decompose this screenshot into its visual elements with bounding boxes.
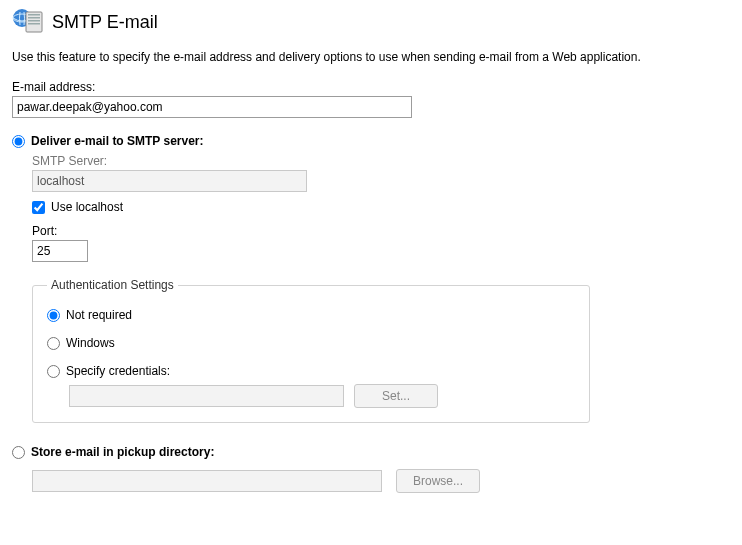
smtp-server-input [32,170,307,192]
use-localhost-label: Use localhost [51,200,123,214]
email-address-label: E-mail address: [12,80,730,94]
svg-rect-6 [28,23,40,25]
authentication-settings-legend: Authentication Settings [47,278,178,292]
deliver-smtp-radio[interactable] [12,135,25,148]
set-credentials-button[interactable]: Set... [354,384,438,408]
browse-button[interactable]: Browse... [396,469,480,493]
port-input[interactable] [32,240,88,262]
svg-rect-4 [28,17,40,19]
smtp-email-icon [12,6,44,38]
port-label: Port: [32,224,730,238]
page-title: SMTP E-mail [52,12,158,33]
auth-specify-radio[interactable] [47,365,60,378]
page-description: Use this feature to specify the e-mail a… [12,50,730,64]
use-localhost-checkbox[interactable] [32,201,45,214]
svg-rect-3 [28,14,40,16]
auth-specify-label: Specify credentials: [66,364,170,378]
store-pickup-label: Store e-mail in pickup directory: [31,445,214,459]
auth-windows-radio[interactable] [47,337,60,350]
svg-rect-5 [28,20,40,22]
store-pickup-radio[interactable] [12,446,25,459]
auth-windows-label: Windows [66,336,115,350]
email-address-input[interactable] [12,96,412,118]
auth-not-required-radio[interactable] [47,309,60,322]
credentials-input [69,385,344,407]
smtp-server-label: SMTP Server: [32,154,730,168]
auth-not-required-label: Not required [66,308,132,322]
deliver-smtp-label: Deliver e-mail to SMTP server: [31,134,204,148]
authentication-settings-group: Authentication Settings Not required Win… [32,278,590,423]
pickup-directory-input [32,470,382,492]
